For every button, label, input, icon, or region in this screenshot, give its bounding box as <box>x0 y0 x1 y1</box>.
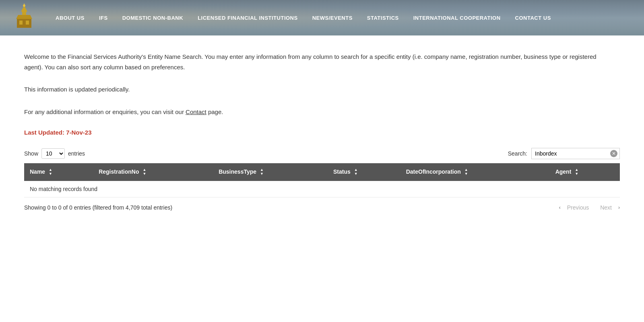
last-updated: Last Updated: 7-Nov-23 <box>24 129 620 136</box>
update-paragraph: This information is updated periodically… <box>24 84 620 95</box>
contact-link[interactable]: Contact <box>186 108 206 115</box>
svg-marker-2 <box>16 15 32 19</box>
svg-rect-4 <box>19 21 23 25</box>
nav-licensed-fi[interactable]: LICENSED FINANCIAL INSTITUTIONS <box>190 0 305 35</box>
table-header-row: Name ▲▼ RegistrationNo ▲▼ BusinessType ▲… <box>24 163 620 181</box>
nav-ifs[interactable]: IFS <box>92 0 115 35</box>
show-entries-control: Show 10 25 50 100 entries <box>24 148 85 159</box>
sort-arrows-name: ▲▼ <box>49 168 52 176</box>
show-label: Show <box>24 150 38 157</box>
search-input[interactable] <box>531 148 620 159</box>
last-updated-date: 7-Nov-23 <box>66 129 91 136</box>
table-controls: Show 10 25 50 100 entries Search: ✕ <box>24 148 620 159</box>
intro-paragraph: Welcome to the Financial Services Author… <box>24 52 608 72</box>
sort-arrows-btype: ▲▼ <box>260 168 264 176</box>
table-header: Name ▲▼ RegistrationNo ▲▼ BusinessType ▲… <box>24 163 620 181</box>
next-arrow: › <box>618 205 620 210</box>
logo[interactable] <box>8 4 40 32</box>
search-label: Search: <box>508 150 527 157</box>
svg-rect-3 <box>17 19 31 28</box>
no-records-row: No matching records found <box>24 181 620 197</box>
col-status[interactable]: Status ▲▼ <box>328 163 400 181</box>
showing-text: Showing 0 to 0 of 0 entries (filtered fr… <box>24 204 172 211</box>
main-nav: ABOUT US IFS DOMESTIC NON-BANK LICENSED … <box>48 0 636 35</box>
col-agent[interactable]: Agent ▲▼ <box>550 163 620 181</box>
entries-select[interactable]: 10 25 50 100 <box>41 148 65 159</box>
nav-contact-us[interactable]: CONTACT US <box>508 0 558 35</box>
col-date-inc[interactable]: DateOfIncorporation ▲▼ <box>400 163 550 181</box>
search-clear-button[interactable]: ✕ <box>610 150 617 157</box>
main-content: Welcome to the Financial Services Author… <box>0 35 644 322</box>
nav-domestic-non-bank[interactable]: DOMESTIC NON-BANK <box>115 0 191 35</box>
table-body: No matching records found <box>24 181 620 197</box>
nav-statistics[interactable]: STATISTICS <box>360 0 406 35</box>
sort-arrows-date: ▲▼ <box>464 168 468 176</box>
entries-label: entries <box>68 150 85 157</box>
svg-point-6 <box>23 4 25 7</box>
nav-news-events[interactable]: NEWS/EVENTS <box>305 0 360 35</box>
sort-arrows-reg: ▲▼ <box>142 168 146 176</box>
pagination: ‹ Previous Next › <box>559 202 620 213</box>
contact-text-after: page. <box>206 108 223 115</box>
search-box: Search: ✕ <box>508 148 620 159</box>
sort-arrows-status: ▲▼ <box>354 168 358 176</box>
no-records-message: No matching records found <box>24 181 620 197</box>
contact-text-before: For any additional information or enquir… <box>24 108 186 115</box>
svg-rect-5 <box>26 21 29 25</box>
next-button[interactable]: Next <box>595 202 617 213</box>
nav-about-us[interactable]: ABOUT US <box>48 0 92 35</box>
last-updated-label: Last Updated: <box>24 129 64 136</box>
search-wrapper: ✕ <box>531 148 620 159</box>
site-header: ABOUT US IFS DOMESTIC NON-BANK LICENSED … <box>0 0 644 35</box>
contact-paragraph: For any additional information or enquir… <box>24 107 620 117</box>
prev-arrow: ‹ <box>559 205 561 210</box>
table-footer: Showing 0 to 0 of 0 entries (filtered fr… <box>24 202 620 213</box>
data-table: Name ▲▼ RegistrationNo ▲▼ BusinessType ▲… <box>24 163 620 197</box>
sort-arrows-agent: ▲▼ <box>575 168 578 176</box>
col-reg-no[interactable]: RegistrationNo ▲▼ <box>93 163 213 181</box>
col-name[interactable]: Name ▲▼ <box>24 163 93 181</box>
nav-intl-cooperation[interactable]: INTERNATIONAL COOPERATION <box>406 0 508 35</box>
header-content: ABOUT US IFS DOMESTIC NON-BANK LICENSED … <box>0 0 644 35</box>
previous-button[interactable]: Previous <box>562 202 594 213</box>
col-business-type[interactable]: BusinessType ▲▼ <box>213 163 328 181</box>
